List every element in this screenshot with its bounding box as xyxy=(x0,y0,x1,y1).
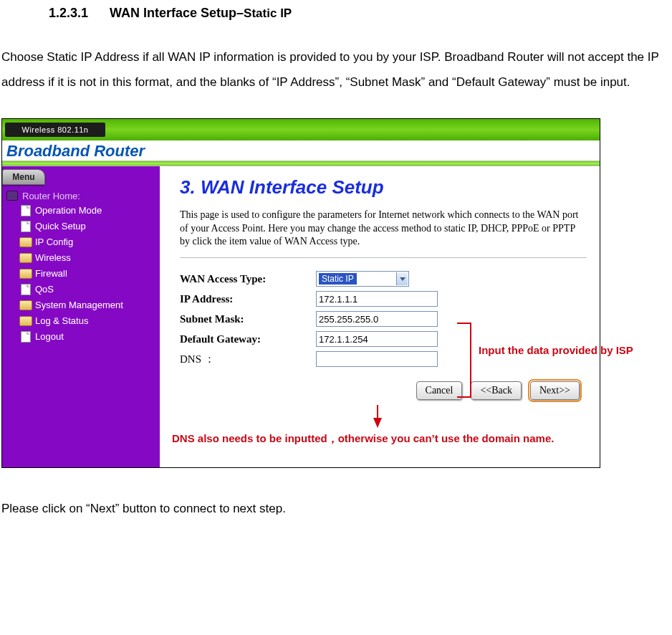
menu-item-label: Log & Status xyxy=(35,315,88,326)
document-page: 1.2.3.1 WAN Interface Setup–Static IP Ch… xyxy=(0,0,672,528)
menu-item-log-status[interactable]: Log & Status xyxy=(2,313,160,329)
router-screenshot: Wireless 802.11n Broadband Router Menu R… xyxy=(1,118,671,468)
menu-item-wireless[interactable]: Wireless xyxy=(2,250,160,266)
row-subnet-mask: Subnet Mask: xyxy=(180,311,587,327)
menu-tab-wrap: Menu xyxy=(2,166,160,186)
menu-item-qos[interactable]: QoS xyxy=(2,282,160,297)
header-divider xyxy=(2,161,600,166)
input-default-gateway[interactable] xyxy=(316,331,438,347)
sidebar-menu: Menu Router Home: Operation Mode Quick S… xyxy=(2,166,160,467)
brand-title: Broadband Router xyxy=(2,140,600,161)
input-ip-address[interactable] xyxy=(316,291,438,307)
menu-item-quick-setup[interactable]: Quick Setup xyxy=(2,219,160,234)
label-default-gateway: Default Gateway: xyxy=(180,333,316,345)
content-divider xyxy=(180,257,587,258)
menu-item-label: IP Config xyxy=(35,237,73,247)
menu-item-label: Firewall xyxy=(35,268,67,279)
menu-item-firewall[interactable]: Firewall xyxy=(2,266,160,282)
menu-item-label: QoS xyxy=(35,284,54,295)
intro-paragraph: Choose Static IP Address if all WAN IP i… xyxy=(0,24,672,102)
section-heading: 1.2.3.1 WAN Interface Setup–Static IP xyxy=(0,0,672,24)
annotation-arrow-stem xyxy=(377,405,378,419)
button-row: Cancel <<Back Next>> xyxy=(180,371,587,400)
closing-paragraph: Please click on “Next” button to connect… xyxy=(0,468,672,528)
menu-item-logout[interactable]: Logout xyxy=(2,329,160,345)
header-green-band: Wireless 802.11n xyxy=(2,119,600,140)
next-button[interactable]: Next>> xyxy=(530,381,580,400)
row-ip-address: IP Address: xyxy=(180,291,587,307)
menu-tab: Menu xyxy=(2,169,45,185)
menu-item-label: Quick Setup xyxy=(35,221,86,231)
router-ui-window: Wireless 802.11n Broadband Router Menu R… xyxy=(1,118,600,468)
router-body: Menu Router Home: Operation Mode Quick S… xyxy=(2,166,600,467)
row-wan-access-type: WAN Access Type: Static IP xyxy=(180,271,587,287)
menu-item-operation-mode[interactable]: Operation Mode xyxy=(2,203,160,219)
select-value: Static IP xyxy=(319,273,357,285)
annotation-arrow-icon xyxy=(373,418,382,428)
content-description: This page is used to configure the param… xyxy=(180,203,587,249)
menu-item-label: Logout xyxy=(35,331,64,342)
heading-title-main: WAN Interface Setup– xyxy=(110,6,244,20)
chevron-down-icon xyxy=(396,272,408,285)
content-title: 3. WAN Interface Setup xyxy=(180,176,587,203)
cancel-button[interactable]: Cancel xyxy=(416,381,463,400)
menu-item-system-management[interactable]: System Management xyxy=(2,297,160,313)
select-wan-access-type[interactable]: Static IP xyxy=(316,271,409,287)
menu-root: Router Home: xyxy=(2,186,160,203)
menu-item-label: Wireless xyxy=(35,252,71,263)
heading-number: 1.2.3.1 xyxy=(49,6,88,20)
label-wan-access-type: WAN Access Type: xyxy=(180,273,316,285)
menu-item-label: Operation Mode xyxy=(35,205,102,216)
annotation-isp-note: Input the data provided by ISP xyxy=(479,340,665,361)
heading-title-sub: Static IP xyxy=(244,6,292,20)
label-subnet-mask: Subnet Mask: xyxy=(180,313,316,325)
menu-item-label: System Management xyxy=(35,300,123,310)
annotation-dns-note: DNS also needs to be inputted，otherwise … xyxy=(172,429,672,449)
wireless-badge: Wireless 802.11n xyxy=(5,123,105,137)
annotation-bracket xyxy=(457,323,471,398)
menu-item-ip-config[interactable]: IP Config xyxy=(2,234,160,250)
label-dns: DNS ： xyxy=(180,353,316,366)
input-subnet-mask[interactable] xyxy=(316,311,438,327)
back-button[interactable]: <<Back xyxy=(471,381,522,400)
input-dns[interactable] xyxy=(316,351,438,367)
label-ip-address: IP Address: xyxy=(180,293,316,305)
